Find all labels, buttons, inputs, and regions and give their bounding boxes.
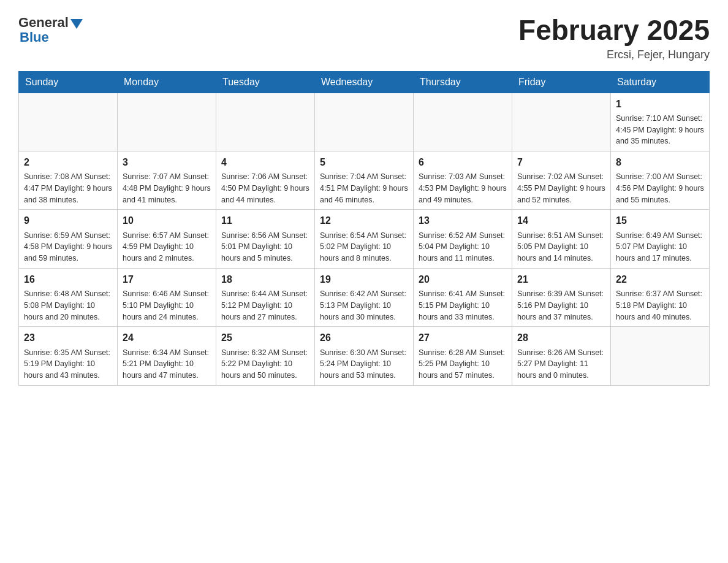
day-number: 10 xyxy=(123,213,211,228)
calendar-table: SundayMondayTuesdayWednesdayThursdayFrid… xyxy=(18,71,710,386)
day-number: 16 xyxy=(24,272,112,286)
location-text: Ercsi, Fejer, Hungary xyxy=(518,48,710,61)
day-number: 15 xyxy=(616,213,704,228)
calendar-cell: 9Sunrise: 6:59 AM Sunset: 4:58 PM Daylig… xyxy=(19,210,118,268)
calendar-week-row: 2Sunrise: 7:08 AM Sunset: 4:47 PM Daylig… xyxy=(19,151,710,210)
day-number: 5 xyxy=(320,155,408,169)
calendar-cell: 7Sunrise: 7:02 AM Sunset: 4:55 PM Daylig… xyxy=(512,151,611,210)
day-info: Sunrise: 6:49 AM Sunset: 5:07 PM Dayligh… xyxy=(616,230,704,264)
calendar-cell: 17Sunrise: 6:46 AM Sunset: 5:10 PM Dayli… xyxy=(118,268,216,326)
day-info: Sunrise: 6:51 AM Sunset: 5:05 PM Dayligh… xyxy=(517,230,605,264)
day-number: 27 xyxy=(419,331,507,345)
day-number: 28 xyxy=(517,331,605,345)
day-number: 4 xyxy=(221,155,309,169)
day-info: Sunrise: 6:30 AM Sunset: 5:24 PM Dayligh… xyxy=(320,347,408,381)
day-number: 13 xyxy=(419,213,507,228)
calendar-cell: 19Sunrise: 6:42 AM Sunset: 5:13 PM Dayli… xyxy=(315,268,414,326)
calendar-header: SundayMondayTuesdayWednesdayThursdayFrid… xyxy=(19,71,710,93)
calendar-cell: 24Sunrise: 6:34 AM Sunset: 5:21 PM Dayli… xyxy=(118,327,216,385)
calendar-cell: 10Sunrise: 6:57 AM Sunset: 4:59 PM Dayli… xyxy=(118,210,216,268)
day-info: Sunrise: 7:03 AM Sunset: 4:53 PM Dayligh… xyxy=(419,171,507,205)
day-number: 23 xyxy=(24,331,112,345)
day-info: Sunrise: 6:57 AM Sunset: 4:59 PM Dayligh… xyxy=(123,230,211,264)
calendar-cell xyxy=(118,93,216,151)
day-number: 3 xyxy=(123,155,211,169)
weekday-header-thursday: Thursday xyxy=(414,71,512,93)
day-info: Sunrise: 6:37 AM Sunset: 5:18 PM Dayligh… xyxy=(616,288,704,323)
logo: General Blue xyxy=(18,15,83,45)
day-info: Sunrise: 6:52 AM Sunset: 5:04 PM Dayligh… xyxy=(419,230,507,264)
day-info: Sunrise: 7:07 AM Sunset: 4:48 PM Dayligh… xyxy=(123,171,211,205)
day-info: Sunrise: 6:39 AM Sunset: 5:16 PM Dayligh… xyxy=(517,288,605,323)
day-number: 2 xyxy=(24,155,112,169)
day-number: 17 xyxy=(123,272,211,286)
calendar-cell xyxy=(414,93,512,151)
day-info: Sunrise: 6:26 AM Sunset: 5:27 PM Dayligh… xyxy=(517,347,605,381)
calendar-week-row: 1Sunrise: 7:10 AM Sunset: 4:45 PM Daylig… xyxy=(19,93,710,151)
day-number: 11 xyxy=(221,213,309,228)
day-number: 12 xyxy=(320,213,408,228)
calendar-cell: 12Sunrise: 6:54 AM Sunset: 5:02 PM Dayli… xyxy=(315,210,414,268)
weekday-header-row: SundayMondayTuesdayWednesdayThursdayFrid… xyxy=(19,71,710,93)
day-info: Sunrise: 7:06 AM Sunset: 4:50 PM Dayligh… xyxy=(221,171,309,205)
calendar-week-row: 9Sunrise: 6:59 AM Sunset: 4:58 PM Daylig… xyxy=(19,210,710,268)
calendar-cell xyxy=(19,93,118,151)
calendar-cell: 28Sunrise: 6:26 AM Sunset: 5:27 PM Dayli… xyxy=(512,327,611,385)
calendar-cell: 21Sunrise: 6:39 AM Sunset: 5:16 PM Dayli… xyxy=(512,268,611,326)
page-header: General Blue February 2025 Ercsi, Fejer,… xyxy=(18,15,710,61)
day-number: 25 xyxy=(221,331,309,345)
calendar-cell: 6Sunrise: 7:03 AM Sunset: 4:53 PM Daylig… xyxy=(414,151,512,210)
day-info: Sunrise: 6:42 AM Sunset: 5:13 PM Dayligh… xyxy=(320,288,408,323)
day-number: 6 xyxy=(419,155,507,169)
day-number: 24 xyxy=(123,331,211,345)
weekday-header-friday: Friday xyxy=(512,71,611,93)
calendar-cell: 27Sunrise: 6:28 AM Sunset: 5:25 PM Dayli… xyxy=(414,327,512,385)
calendar-cell xyxy=(611,327,710,385)
day-number: 21 xyxy=(517,272,605,286)
calendar-cell: 3Sunrise: 7:07 AM Sunset: 4:48 PM Daylig… xyxy=(118,151,216,210)
day-info: Sunrise: 6:41 AM Sunset: 5:15 PM Dayligh… xyxy=(419,288,507,323)
calendar-cell: 5Sunrise: 7:04 AM Sunset: 4:51 PM Daylig… xyxy=(315,151,414,210)
calendar-week-row: 16Sunrise: 6:48 AM Sunset: 5:08 PM Dayli… xyxy=(19,268,710,326)
calendar-cell: 16Sunrise: 6:48 AM Sunset: 5:08 PM Dayli… xyxy=(19,268,118,326)
day-info: Sunrise: 7:10 AM Sunset: 4:45 PM Dayligh… xyxy=(616,113,704,147)
calendar-cell: 22Sunrise: 6:37 AM Sunset: 5:18 PM Dayli… xyxy=(611,268,710,326)
title-area: February 2025 Ercsi, Fejer, Hungary xyxy=(518,15,710,61)
day-info: Sunrise: 6:48 AM Sunset: 5:08 PM Dayligh… xyxy=(24,288,112,323)
day-info: Sunrise: 7:08 AM Sunset: 4:47 PM Dayligh… xyxy=(24,171,112,205)
calendar-cell: 25Sunrise: 6:32 AM Sunset: 5:22 PM Dayli… xyxy=(216,327,315,385)
calendar-cell: 14Sunrise: 6:51 AM Sunset: 5:05 PM Dayli… xyxy=(512,210,611,268)
calendar-cell: 13Sunrise: 6:52 AM Sunset: 5:04 PM Dayli… xyxy=(414,210,512,268)
calendar-cell: 20Sunrise: 6:41 AM Sunset: 5:15 PM Dayli… xyxy=(414,268,512,326)
calendar-cell: 11Sunrise: 6:56 AM Sunset: 5:01 PM Dayli… xyxy=(216,210,315,268)
weekday-header-wednesday: Wednesday xyxy=(315,71,414,93)
day-info: Sunrise: 7:04 AM Sunset: 4:51 PM Dayligh… xyxy=(320,171,408,205)
calendar-body: 1Sunrise: 7:10 AM Sunset: 4:45 PM Daylig… xyxy=(19,93,710,385)
day-number: 8 xyxy=(616,155,704,169)
day-info: Sunrise: 6:32 AM Sunset: 5:22 PM Dayligh… xyxy=(221,347,309,381)
calendar-cell: 4Sunrise: 7:06 AM Sunset: 4:50 PM Daylig… xyxy=(216,151,315,210)
day-info: Sunrise: 6:28 AM Sunset: 5:25 PM Dayligh… xyxy=(419,347,507,381)
weekday-header-saturday: Saturday xyxy=(611,71,710,93)
logo-general-text: General xyxy=(18,15,69,31)
weekday-header-tuesday: Tuesday xyxy=(216,71,315,93)
day-info: Sunrise: 7:00 AM Sunset: 4:56 PM Dayligh… xyxy=(616,171,704,205)
day-info: Sunrise: 6:59 AM Sunset: 4:58 PM Dayligh… xyxy=(24,230,112,264)
day-number: 9 xyxy=(24,213,112,228)
calendar-cell xyxy=(216,93,315,151)
calendar-week-row: 23Sunrise: 6:35 AM Sunset: 5:19 PM Dayli… xyxy=(19,327,710,385)
day-number: 7 xyxy=(517,155,605,169)
day-number: 1 xyxy=(616,97,704,111)
day-info: Sunrise: 6:35 AM Sunset: 5:19 PM Dayligh… xyxy=(24,347,112,381)
calendar-cell: 2Sunrise: 7:08 AM Sunset: 4:47 PM Daylig… xyxy=(19,151,118,210)
day-info: Sunrise: 6:54 AM Sunset: 5:02 PM Dayligh… xyxy=(320,230,408,264)
day-info: Sunrise: 6:44 AM Sunset: 5:12 PM Dayligh… xyxy=(221,288,309,323)
logo-blue-text: Blue xyxy=(20,29,83,45)
calendar-cell: 15Sunrise: 6:49 AM Sunset: 5:07 PM Dayli… xyxy=(611,210,710,268)
weekday-header-sunday: Sunday xyxy=(19,71,118,93)
day-number: 19 xyxy=(320,272,408,286)
weekday-header-monday: Monday xyxy=(118,71,216,93)
calendar-cell: 23Sunrise: 6:35 AM Sunset: 5:19 PM Dayli… xyxy=(19,327,118,385)
logo-arrow-icon xyxy=(70,19,83,29)
calendar-cell: 8Sunrise: 7:00 AM Sunset: 4:56 PM Daylig… xyxy=(611,151,710,210)
